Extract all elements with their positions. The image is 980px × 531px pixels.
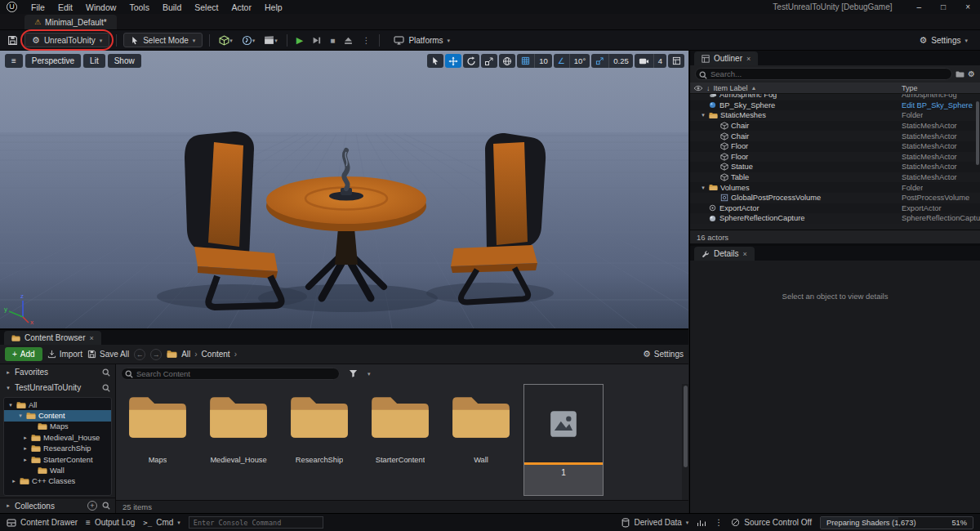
project-section[interactable]: ▾ TestUnrealToUnity xyxy=(0,380,115,395)
perspective-dropdown[interactable]: Perspective xyxy=(25,54,81,68)
cmd-dropdown[interactable]: >_ Cmd ▾ xyxy=(143,518,180,527)
chevron-down-icon[interactable]: ▾ xyxy=(700,112,706,118)
platforms-dropdown[interactable]: Platforms ▾ xyxy=(386,33,457,47)
rotation-snap-value[interactable]: 10° xyxy=(569,54,590,68)
menu-help[interactable]: Help xyxy=(259,2,288,12)
menu-select[interactable]: Select xyxy=(189,2,224,12)
outliner-scrollbar[interactable] xyxy=(976,101,979,165)
level-tab[interactable]: ⚠ Minimal_Default* xyxy=(24,15,117,29)
collections-section[interactable]: ▸ Collections + xyxy=(0,498,115,513)
add-collection-icon[interactable]: + xyxy=(87,501,97,511)
folder-tile-wall[interactable]: Wall xyxy=(441,384,521,464)
world-coordinate-button[interactable] xyxy=(499,54,515,68)
outliner-row[interactable]: Floor StaticMeshActor xyxy=(690,152,980,163)
search-icon[interactable] xyxy=(102,502,110,510)
tree-item-cpp-classes[interactable]: ▸ C++ Classes xyxy=(4,476,111,487)
scale-snap-value[interactable]: 0.25 xyxy=(608,54,633,68)
folder-tile-researchship[interactable]: ResearchShip xyxy=(279,384,359,464)
breadcrumb-content[interactable]: Content xyxy=(202,350,230,359)
outliner-row[interactable]: Chair StaticMeshActor xyxy=(690,131,980,141)
select-tool-button[interactable] xyxy=(427,54,443,68)
search-content-input[interactable] xyxy=(121,368,340,380)
add-button[interactable]: + Add xyxy=(5,347,42,361)
rotate-tool-button[interactable] xyxy=(463,54,479,68)
menu-actor[interactable]: Actor xyxy=(225,2,257,12)
grid-snap-value[interactable]: 10 xyxy=(534,54,552,68)
details-tab[interactable]: Details × xyxy=(694,247,755,261)
outliner-row[interactable]: Chair StaticMeshActor xyxy=(690,121,980,132)
show-dropdown[interactable]: Show xyxy=(108,54,141,68)
maximize-viewport-button[interactable] xyxy=(668,54,684,68)
outliner-row[interactable]: Floor StaticMeshActor xyxy=(690,141,980,152)
outliner-row[interactable]: Statue StaticMeshActor xyxy=(690,162,980,172)
outliner-settings-icon[interactable]: ⚙ xyxy=(968,70,975,78)
tree-item-medieval-house[interactable]: ▸ Medieval_House xyxy=(4,432,111,443)
folder-tile-maps[interactable]: Maps xyxy=(118,384,198,464)
tree-item-wall[interactable]: Wall xyxy=(4,465,111,475)
asset-tile-selected[interactable]: 1 xyxy=(523,384,604,496)
minimize-button[interactable]: – xyxy=(917,2,922,11)
folder-tile-startercontent[interactable]: StarterContent xyxy=(360,384,440,464)
edit-blueprint-link[interactable]: Edit BP_Sky_Sphere xyxy=(902,101,973,109)
save-all-button[interactable]: Save All xyxy=(87,347,129,361)
content-browser-settings-dropdown[interactable]: ⚙ Settings xyxy=(643,347,684,361)
rotation-snap-control[interactable]: ∠ 10° xyxy=(554,54,590,68)
outliner-row-folder[interactable]: ▾ StaticMeshes Folder xyxy=(690,110,980,121)
filter-button[interactable] xyxy=(346,366,360,381)
console-command-input[interactable] xyxy=(189,516,323,529)
menu-window[interactable]: Window xyxy=(80,2,122,12)
close-icon[interactable]: × xyxy=(89,334,93,342)
outliner-row[interactable]: BP_Sky_Sphere Edit BP_Sky_Sphere xyxy=(690,100,980,111)
save-button[interactable] xyxy=(5,33,20,47)
menu-edit[interactable]: Edit xyxy=(52,2,78,12)
eject-button[interactable] xyxy=(341,33,355,47)
content-drawer-button[interactable]: Content Drawer xyxy=(7,518,78,527)
item-label-column[interactable]: Item Label xyxy=(714,84,748,92)
camera-speed-value[interactable]: 4 xyxy=(653,54,666,68)
blueprints-dropdown[interactable]: ▾ xyxy=(239,33,258,47)
unreal-to-unity-dropdown[interactable]: ⚙ UnrealToUnity ▾ xyxy=(24,33,109,47)
insights-button[interactable] xyxy=(697,519,706,527)
asset-scrollbar[interactable] xyxy=(682,384,688,500)
settings-dropdown[interactable]: ⚙ Settings ▾ xyxy=(911,33,975,47)
viewport-options-button[interactable]: ≡ xyxy=(5,54,23,68)
level-viewport[interactable]: ≡ Perspective Lit Show xyxy=(0,51,688,328)
outliner-row[interactable]: Atmospheric Fog AtmosphericFog xyxy=(690,94,980,100)
chevron-down-icon[interactable]: ▾ xyxy=(700,185,706,191)
back-button[interactable]: ← xyxy=(134,349,145,360)
select-mode-dropdown[interactable]: Select Mode ▾ xyxy=(123,33,203,47)
search-icon[interactable] xyxy=(102,384,110,392)
move-tool-button[interactable] xyxy=(445,54,461,68)
content-browser-tab[interactable]: Content Browser × xyxy=(4,331,101,345)
close-button[interactable]: × xyxy=(965,2,970,11)
menu-build[interactable]: Build xyxy=(157,2,187,12)
play-button[interactable]: ▶ xyxy=(294,33,305,47)
play-options-kebab[interactable]: ⋮ xyxy=(359,33,372,47)
menu-file[interactable]: File xyxy=(25,2,51,12)
outliner-row[interactable]: ExportActor ExportActor xyxy=(690,203,980,214)
type-column[interactable]: Type xyxy=(902,84,918,92)
pin-column-icon[interactable]: ↓ xyxy=(706,84,710,92)
favorites-section[interactable]: ▸ Favorites xyxy=(0,364,115,380)
close-icon[interactable]: × xyxy=(746,55,751,63)
output-log-button[interactable]: ≡ Output Log xyxy=(86,518,135,527)
add-actor-dropdown[interactable]: ▾ xyxy=(216,33,235,47)
close-icon[interactable]: × xyxy=(743,250,747,258)
outliner-tab[interactable]: Outliner × xyxy=(694,51,758,65)
statusbar-kebab[interactable]: ⋮ xyxy=(715,518,723,527)
visibility-eye-icon[interactable] xyxy=(693,85,703,91)
maximize-button[interactable]: □ xyxy=(941,2,946,11)
outliner-row[interactable]: SphereReflectionCapture SphereReflection… xyxy=(690,213,980,224)
outliner-row[interactable]: Table StaticMeshActor xyxy=(690,172,980,183)
camera-speed-control[interactable]: 4 xyxy=(635,54,666,68)
outliner-filter-icon[interactable] xyxy=(956,70,964,78)
tree-item-all[interactable]: ▾ All xyxy=(4,399,111,410)
forward-button[interactable]: → xyxy=(150,349,162,360)
tree-item-researchship[interactable]: ▸ ResearchShip xyxy=(4,444,111,454)
unreal-logo-icon[interactable]: U xyxy=(7,2,17,12)
scale-tool-button[interactable] xyxy=(481,54,497,68)
stop-button[interactable]: ■ xyxy=(327,33,337,47)
tree-item-content[interactable]: ▾ Content xyxy=(4,410,111,421)
breadcrumb-all[interactable]: All xyxy=(181,350,190,359)
lit-dropdown[interactable]: Lit xyxy=(83,54,105,68)
